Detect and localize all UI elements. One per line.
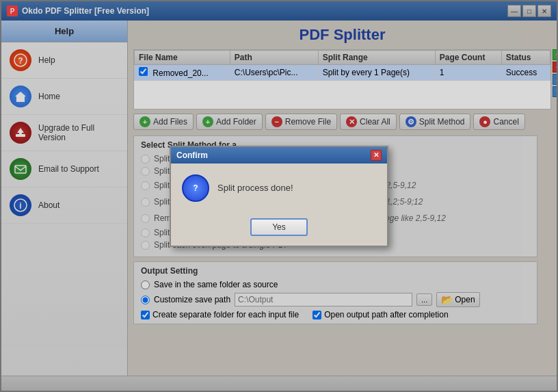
yes-button[interactable]: Yes (250, 218, 308, 236)
dialog-titlebar: Confirm ✕ (171, 147, 387, 164)
dialog-question-icon: ? (182, 174, 209, 202)
dialog-message: Split process done! (217, 183, 293, 193)
confirm-dialog: Confirm ✕ ? Split process done! Yes (170, 146, 388, 247)
dialog-overlay: Confirm ✕ ? Split process done! Yes (0, 0, 558, 392)
dialog-footer: Yes (171, 213, 387, 246)
dialog-title-text: Confirm (176, 151, 208, 160)
dialog-close-button[interactable]: ✕ (371, 150, 382, 161)
dialog-body: ? Split process done! (171, 164, 387, 213)
